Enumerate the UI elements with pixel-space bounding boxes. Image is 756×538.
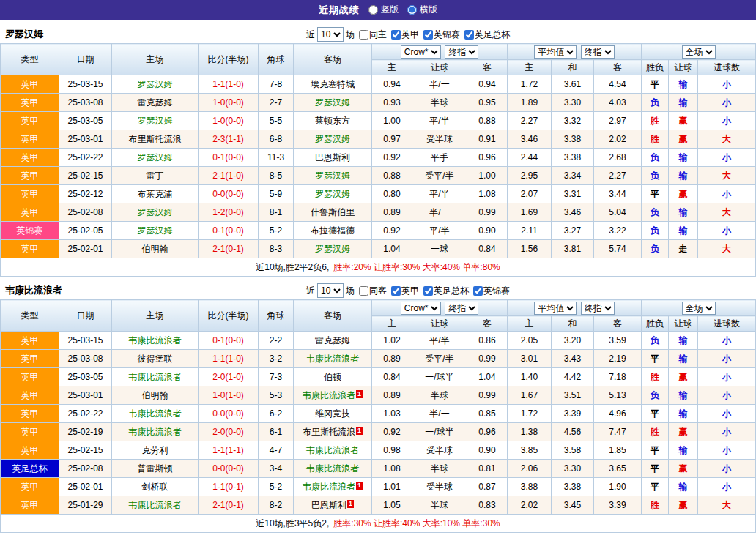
league-badge: 英甲 bbox=[1, 130, 59, 149]
avg-odds-away: 3.44 bbox=[594, 185, 642, 203]
odds-type-select[interactable]: 终指 bbox=[445, 302, 478, 315]
filter-same-home[interactable]: 同主 bbox=[359, 29, 387, 41]
col-header-type: 类型 bbox=[1, 44, 59, 75]
handicap-odds-home: 0.89 bbox=[372, 203, 412, 222]
match-count-select[interactable]: 10 bbox=[317, 27, 344, 42]
handicap-odds-home: 1.04 bbox=[372, 240, 412, 258]
match-score: 1-1(1-0) bbox=[199, 350, 259, 368]
avg-odds-away: 2.27 bbox=[594, 167, 642, 185]
horizontal-layout-radio[interactable] bbox=[407, 5, 417, 15]
team-name: 巴恩斯利 bbox=[315, 152, 350, 162]
team-name: 布莱克浦 bbox=[138, 189, 173, 199]
handicap-odds-away: 0.84 bbox=[467, 240, 508, 258]
filter-fa-cup[interactable]: 英足总杯 bbox=[423, 285, 469, 297]
result-goals: 小 bbox=[698, 350, 756, 368]
team-name: 韦康比流浪者 bbox=[129, 408, 182, 419]
layout-option-horizontal[interactable]: 横版 bbox=[407, 4, 437, 16]
bookmaker-select[interactable]: Crow* bbox=[401, 45, 441, 59]
summary-stats: 胜率:30% 让胜率:40% 大率:10% 单率:30% bbox=[333, 518, 500, 528]
team-name: 雷克瑟姆 bbox=[138, 97, 173, 108]
efl-trophy-checkbox[interactable] bbox=[423, 30, 433, 40]
filter-efl-trophy[interactable]: 英锦赛 bbox=[423, 29, 460, 41]
avg-odds-group: 平均值 终指 bbox=[508, 44, 642, 60]
team-section-rotherham: 罗瑟汉姆 近 10 场 同主 英甲 英锦赛 英足总杯 类型 日期 主场 比分(半… bbox=[0, 26, 756, 277]
team-name: 韦康比流浪者 bbox=[306, 445, 359, 455]
fa-cup-checkbox[interactable] bbox=[464, 30, 474, 40]
match-score: 2-1(0-1) bbox=[199, 496, 259, 515]
red-card-badge: 1 bbox=[356, 390, 363, 398]
team-name: 罗瑟汉姆 bbox=[138, 116, 173, 126]
result-outcome: 负 bbox=[642, 149, 669, 167]
filter-league-one[interactable]: 英甲 bbox=[391, 285, 419, 297]
bookmaker-select[interactable]: Crow* bbox=[401, 302, 441, 315]
match-score: 1-1(1-1) bbox=[199, 441, 259, 460]
match-row: 英甲25-02-12布莱克浦0-0(0-0)5-9罗瑟汉姆0.80平/半1.08… bbox=[1, 185, 756, 203]
away-team: 伯顿 bbox=[294, 368, 372, 386]
away-team: 罗瑟汉姆 bbox=[294, 94, 372, 112]
result-handicap: 输 bbox=[669, 203, 698, 222]
avg-type-select[interactable]: 终指 bbox=[581, 302, 615, 315]
team-name: 克劳利 bbox=[142, 445, 168, 455]
avg-odds-away: 5.04 bbox=[594, 203, 642, 222]
avg-source-select[interactable]: 平均值 bbox=[534, 302, 577, 315]
team-name: 韦康比流浪者 bbox=[129, 335, 182, 345]
matches-table: 类型 日期 主场 比分(半场) 角球 客场 Crow* 终指 平均值 终指 全场 bbox=[0, 299, 756, 533]
section-header: 韦康比流浪者 近 10 场 同客 英甲 英足总杯 英锦赛 bbox=[0, 282, 756, 299]
scope-select[interactable]: 全场 bbox=[682, 45, 716, 59]
result-outcome: 胜 bbox=[642, 130, 669, 149]
sub-header-avg-home: 主 bbox=[508, 60, 552, 75]
match-date: 25-03-05 bbox=[59, 368, 112, 386]
home-team: 伯明翰 bbox=[112, 386, 199, 405]
avg-odds-draw: 3.31 bbox=[552, 185, 594, 203]
same-away-checkbox[interactable] bbox=[359, 286, 368, 296]
home-team: 韦康比流浪者 bbox=[112, 368, 199, 386]
handicap-odds-away: 0.90 bbox=[467, 441, 508, 460]
same-home-checkbox[interactable] bbox=[359, 30, 368, 40]
filter-controls: 近 10 场 同客 英甲 英足总杯 英锦赛 bbox=[306, 283, 510, 298]
home-team: 克劳利 bbox=[112, 441, 199, 460]
handicap-odds-home: 0.89 bbox=[372, 350, 412, 368]
match-count-select[interactable]: 10 bbox=[317, 283, 344, 298]
avg-odds-draw: 3.27 bbox=[552, 222, 594, 240]
handicap-line: 半/一 bbox=[412, 405, 467, 423]
avg-odds-home: 1.72 bbox=[508, 405, 552, 423]
result-goals: 小 bbox=[698, 112, 756, 130]
result-outcome: 负 bbox=[642, 240, 669, 258]
corner-count: 8-1 bbox=[259, 203, 294, 222]
efl-trophy-checkbox[interactable] bbox=[473, 286, 483, 296]
layout-option-vertical[interactable]: 竖版 bbox=[368, 4, 399, 16]
avg-odds-away: 3.22 bbox=[594, 222, 642, 240]
summary-lead: 近10场,胜3平5负2, bbox=[256, 518, 329, 528]
scope-select[interactable]: 全场 bbox=[682, 302, 716, 315]
avg-odds-away: 7.47 bbox=[594, 423, 642, 441]
result-handicap: 赢 bbox=[669, 185, 698, 203]
filter-league-one[interactable]: 英甲 bbox=[391, 29, 419, 41]
avg-source-select[interactable]: 平均值 bbox=[534, 45, 577, 59]
result-handicap: 赢 bbox=[669, 423, 698, 441]
match-date: 25-01-29 bbox=[59, 496, 112, 515]
result-goals: 小 bbox=[698, 94, 756, 112]
handicap-line: 一/球半 bbox=[412, 423, 467, 441]
home-team: 雷丁 bbox=[112, 167, 199, 185]
vertical-layout-radio[interactable] bbox=[368, 5, 378, 15]
filter-same-away[interactable]: 同客 bbox=[359, 285, 387, 297]
league-one-checkbox[interactable] bbox=[391, 286, 401, 296]
handicap-line: 一/球半 bbox=[412, 368, 467, 386]
result-handicap: 输 bbox=[669, 441, 698, 460]
match-rows: 英甲25-03-15韦康比流浪者0-1(0-0)2-2雷克瑟姆1.02平/半0.… bbox=[1, 332, 756, 515]
team-name: 雷丁 bbox=[147, 171, 164, 181]
corner-count: 11-3 bbox=[259, 149, 294, 167]
filter-efl-trophy[interactable]: 英锦赛 bbox=[473, 285, 510, 297]
odds-type-select[interactable]: 终指 bbox=[445, 45, 478, 59]
handicap-odds-home: 0.92 bbox=[372, 222, 412, 240]
match-score: 0-1(0-0) bbox=[199, 149, 259, 167]
avg-type-select[interactable]: 终指 bbox=[581, 45, 615, 59]
fa-cup-checkbox[interactable] bbox=[423, 286, 433, 296]
team-name: 韦康比流浪者 bbox=[129, 500, 182, 510]
league-one-checkbox[interactable] bbox=[391, 30, 401, 40]
avg-odds-draw: 4.56 bbox=[552, 423, 594, 441]
avg-odds-home: 1.56 bbox=[508, 240, 552, 258]
avg-odds-away: 2.19 bbox=[594, 350, 642, 368]
filter-fa-cup[interactable]: 英足总杯 bbox=[464, 29, 510, 41]
corner-count: 6-2 bbox=[259, 405, 294, 423]
